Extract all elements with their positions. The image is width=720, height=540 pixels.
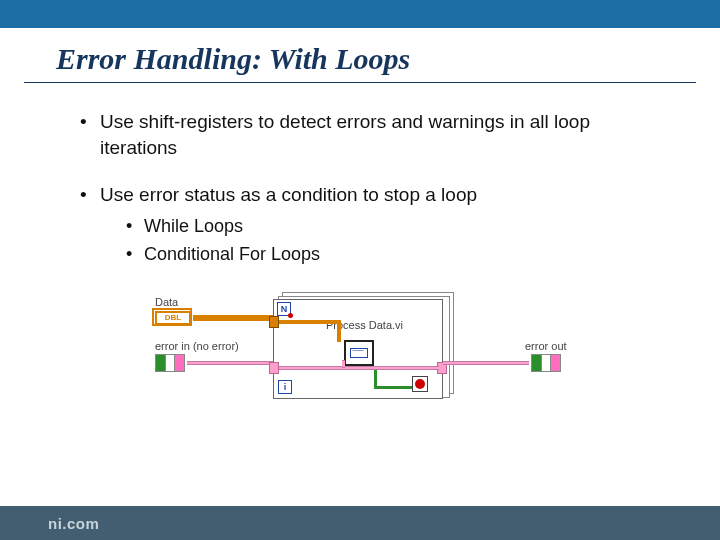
n-terminal: N bbox=[277, 302, 291, 316]
data-wire-inner-icon bbox=[279, 320, 339, 324]
error-wire-inner-icon bbox=[279, 366, 439, 370]
brand-label: ni.com bbox=[48, 515, 99, 532]
data-wire-down-icon bbox=[337, 320, 341, 342]
autoindex-tunnel-left bbox=[269, 316, 279, 328]
bullet-error-status: Use error status as a condition to stop … bbox=[80, 182, 660, 266]
process-data-vi bbox=[344, 340, 374, 366]
for-loop-structure: N i Process Data.vi bbox=[273, 299, 443, 399]
dbl-array-terminal: DBL bbox=[155, 311, 191, 325]
error-wire-up-icon bbox=[342, 360, 345, 368]
header-bar bbox=[0, 0, 720, 28]
shift-register-left bbox=[269, 362, 279, 374]
bullet-error-status-text: Use error status as a condition to stop … bbox=[100, 184, 477, 205]
sub-bullet-conditional-for: Conditional For Loops bbox=[126, 242, 660, 266]
labview-diagram: Data DBL error in (no error) N i Process… bbox=[155, 289, 585, 409]
slide-content: Use shift-registers to detect errors and… bbox=[0, 83, 720, 409]
slide-title: Error Handling: With Loops bbox=[24, 28, 696, 83]
error-out-label: error out bbox=[525, 339, 567, 354]
error-in-label: error in (no error) bbox=[155, 339, 239, 354]
data-wire-icon bbox=[193, 315, 273, 321]
data-label: Data bbox=[155, 295, 178, 310]
sub-bullet-list: While Loops Conditional For Loops bbox=[100, 214, 660, 267]
error-out-cluster bbox=[531, 354, 561, 372]
stop-dot-icon bbox=[415, 379, 425, 389]
error-in-cluster bbox=[155, 354, 185, 372]
footer-bar: ni.com bbox=[0, 506, 720, 540]
error-wire-out-icon bbox=[443, 361, 529, 365]
stop-condition-terminal bbox=[412, 376, 428, 392]
bullet-shift-registers: Use shift-registers to detect errors and… bbox=[80, 109, 660, 160]
i-terminal: i bbox=[278, 380, 292, 394]
error-wire-in-icon bbox=[187, 361, 273, 365]
sub-bullet-while: While Loops bbox=[126, 214, 660, 238]
